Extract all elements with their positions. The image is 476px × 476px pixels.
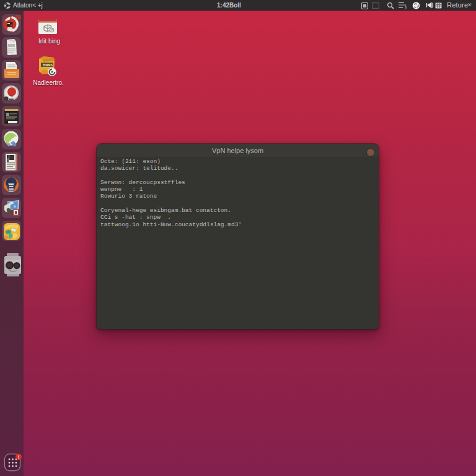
svg-text:ϴNΝS: ϴNΝS — [43, 63, 53, 67]
